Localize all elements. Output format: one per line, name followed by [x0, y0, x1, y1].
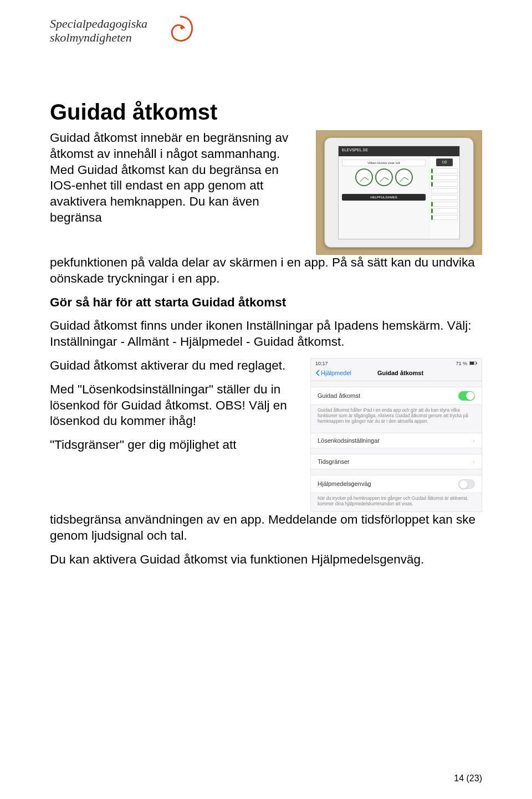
svg-rect-1 — [470, 362, 474, 365]
ipad-side-item — [431, 168, 458, 173]
paragraph-4: Guidad åtkomst aktiverar du med reglaget… — [50, 358, 299, 374]
clock-icon — [395, 168, 413, 186]
ipad-side-item — [431, 188, 458, 193]
settings-nav-title: Guidad åtkomst — [324, 370, 477, 376]
chevron-right-icon: › — [473, 437, 475, 444]
ipad-side-item — [431, 208, 458, 213]
logo-line2: skolmyndigheten — [50, 30, 482, 44]
chevron-left-icon — [315, 370, 320, 376]
settings-row-shortcut[interactable]: Hjälpmedelsgenväg — [311, 475, 482, 493]
status-time: 10:17 — [315, 361, 328, 366]
intro-paragraph-2: pekfunktionen på valda delar av skärmen … — [50, 255, 482, 287]
page-number: 14 (23) — [454, 774, 482, 783]
subheading: Gör så här för att starta Guidad åtkomst — [50, 295, 482, 311]
svg-rect-2 — [477, 362, 477, 364]
paragraph-7: Du kan aktivera Guidad åtkomst via funkt… — [50, 552, 482, 568]
intro-paragraph-1: Guidad åtkomst innebär en begränsning av… — [50, 130, 305, 226]
paragraph-3: Guidad åtkomst finns under ikonen Instäl… — [50, 318, 482, 350]
toggle-shortcut[interactable] — [458, 479, 475, 489]
settings-caption-1: Guidad åtkomst håller iPad i en enda app… — [311, 405, 482, 425]
row-label: Tidsgränser — [318, 458, 350, 465]
ipad-side-item — [431, 182, 458, 187]
ipad-site-label: ELEVSPEL.SE — [342, 148, 368, 155]
paragraph-5: Med "Lösenkodsinställningar" ställer du … — [50, 382, 299, 429]
ipad-side-item — [431, 215, 458, 220]
ipad-side-item — [431, 175, 458, 180]
settings-row-passcode[interactable]: Lösenkodsinställningar › — [311, 433, 482, 448]
toggle-guided-access[interactable] — [458, 391, 475, 401]
logo-line1: Specialpedagogiska — [50, 17, 482, 30]
status-battery: 71 % — [456, 361, 467, 366]
ipad-helpful-label: HELPFULGAMES — [342, 194, 426, 201]
row-label: Guidad åtkomst — [318, 392, 360, 399]
ios-settings-screenshot: 10:17 71 % Hjälpmedel Guidad åtkomst Gui… — [310, 358, 482, 512]
paragraph-6b: tidsbegränsa användningen av en app. Med… — [50, 512, 482, 544]
clock-icon — [375, 168, 393, 186]
chevron-right-icon: › — [473, 458, 475, 465]
swirl-icon — [163, 12, 198, 47]
settings-row-timelimits[interactable]: Tidsgränser › — [311, 454, 482, 469]
ipad-side-item — [431, 195, 458, 200]
row-label: Hjälpmedelsgenväg — [318, 480, 371, 487]
settings-row-guided-access[interactable]: Guidad åtkomst — [311, 387, 482, 404]
ipad-score-badge: I:0 — [436, 158, 453, 166]
brand-logo: Specialpedagogiska skolmyndigheten — [50, 17, 482, 72]
settings-caption-2: När du trycker på hemknappen tre gånger … — [311, 493, 482, 512]
row-label: Lösenkodsinställningar — [318, 437, 380, 444]
page-title: Guidad åtkomst — [50, 100, 482, 125]
ipad-side-item — [431, 202, 458, 207]
clock-icon — [355, 168, 373, 186]
ipad-photo: ELEVSPEL.SE Vilken klocka visar två HELP… — [316, 130, 482, 255]
ipad-banner: Vilken klocka visar två — [342, 160, 426, 166]
paragraph-6a: "Tidsgränser" ger dig möjlighet att — [50, 437, 299, 453]
battery-icon — [469, 361, 477, 365]
